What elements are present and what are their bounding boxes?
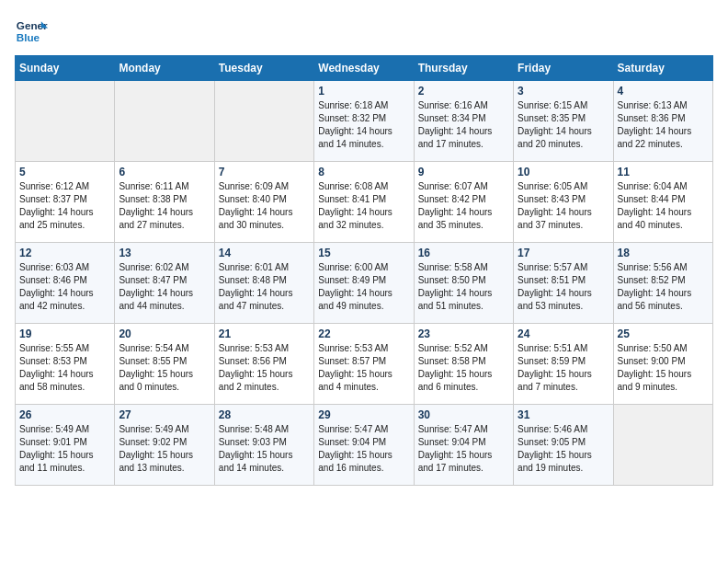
calendar-table: SundayMondayTuesdayWednesdayThursdayFrid… xyxy=(15,55,713,486)
calendar-cell xyxy=(16,81,115,162)
calendar-cell: 14Sunrise: 6:01 AM Sunset: 8:48 PM Dayli… xyxy=(214,243,313,324)
day-number: 11 xyxy=(618,166,709,178)
day-info: Sunrise: 5:48 AM Sunset: 9:03 PM Dayligh… xyxy=(219,423,310,475)
day-info: Sunrise: 6:09 AM Sunset: 8:40 PM Dayligh… xyxy=(219,180,310,232)
calendar-cell: 27Sunrise: 5:49 AM Sunset: 9:02 PM Dayli… xyxy=(115,405,214,486)
day-number: 23 xyxy=(418,327,509,340)
day-number: 19 xyxy=(19,327,110,340)
day-number: 31 xyxy=(518,408,609,421)
calendar-cell: 28Sunrise: 5:48 AM Sunset: 9:03 PM Dayli… xyxy=(214,405,313,486)
day-number: 4 xyxy=(618,85,709,98)
day-number: 20 xyxy=(119,327,210,340)
calendar-cell: 21Sunrise: 5:53 AM Sunset: 8:56 PM Dayli… xyxy=(214,324,313,405)
calendar-cell: 4Sunrise: 6:13 AM Sunset: 8:36 PM Daylig… xyxy=(613,81,712,162)
logo-icon: General Blue xyxy=(15,15,48,48)
day-number: 17 xyxy=(518,247,609,259)
calendar-week-2: 5Sunrise: 6:12 AM Sunset: 8:37 PM Daylig… xyxy=(16,162,713,243)
day-number: 28 xyxy=(219,408,310,421)
calendar-cell: 1Sunrise: 6:18 AM Sunset: 8:32 PM Daylig… xyxy=(314,81,414,162)
day-info: Sunrise: 6:12 AM Sunset: 8:37 PM Dayligh… xyxy=(19,180,110,232)
calendar-cell: 6Sunrise: 6:11 AM Sunset: 8:38 PM Daylig… xyxy=(115,162,214,243)
day-info: Sunrise: 5:55 AM Sunset: 8:53 PM Dayligh… xyxy=(19,342,110,394)
day-info: Sunrise: 5:49 AM Sunset: 9:02 PM Dayligh… xyxy=(119,423,210,475)
calendar-cell: 7Sunrise: 6:09 AM Sunset: 8:40 PM Daylig… xyxy=(214,162,313,243)
calendar-cell: 2Sunrise: 6:16 AM Sunset: 8:34 PM Daylig… xyxy=(414,81,513,162)
day-info: Sunrise: 5:52 AM Sunset: 8:58 PM Dayligh… xyxy=(418,342,509,394)
day-number: 24 xyxy=(518,327,609,340)
day-info: Sunrise: 5:57 AM Sunset: 8:51 PM Dayligh… xyxy=(518,261,609,313)
calendar-week-4: 19Sunrise: 5:55 AM Sunset: 8:53 PM Dayli… xyxy=(16,324,713,405)
day-number: 9 xyxy=(418,166,509,178)
calendar-cell: 13Sunrise: 6:02 AM Sunset: 8:47 PM Dayli… xyxy=(115,243,214,324)
calendar-cell: 5Sunrise: 6:12 AM Sunset: 8:37 PM Daylig… xyxy=(16,162,115,243)
calendar-week-1: 1Sunrise: 6:18 AM Sunset: 8:32 PM Daylig… xyxy=(16,81,713,162)
day-info: Sunrise: 6:05 AM Sunset: 8:43 PM Dayligh… xyxy=(518,180,609,232)
calendar-cell: 12Sunrise: 6:03 AM Sunset: 8:46 PM Dayli… xyxy=(16,243,115,324)
day-number: 16 xyxy=(418,247,509,259)
calendar-cell: 20Sunrise: 5:54 AM Sunset: 8:55 PM Dayli… xyxy=(115,324,214,405)
day-number: 26 xyxy=(19,408,110,421)
calendar-cell xyxy=(115,81,214,162)
calendar-cell: 30Sunrise: 5:47 AM Sunset: 9:04 PM Dayli… xyxy=(414,405,513,486)
day-info: Sunrise: 6:07 AM Sunset: 8:42 PM Dayligh… xyxy=(418,180,509,232)
day-number: 18 xyxy=(618,247,709,259)
day-number: 14 xyxy=(219,247,310,259)
calendar-cell: 24Sunrise: 5:51 AM Sunset: 8:59 PM Dayli… xyxy=(514,324,613,405)
calendar-cell: 3Sunrise: 6:15 AM Sunset: 8:35 PM Daylig… xyxy=(514,81,613,162)
day-info: Sunrise: 6:11 AM Sunset: 8:38 PM Dayligh… xyxy=(119,180,210,232)
day-info: Sunrise: 5:54 AM Sunset: 8:55 PM Dayligh… xyxy=(119,342,210,394)
weekday-header-monday: Monday xyxy=(115,56,214,81)
day-number: 15 xyxy=(318,247,409,259)
calendar-week-3: 12Sunrise: 6:03 AM Sunset: 8:46 PM Dayli… xyxy=(16,243,713,324)
weekday-header-wednesday: Wednesday xyxy=(314,56,414,81)
day-info: Sunrise: 6:03 AM Sunset: 8:46 PM Dayligh… xyxy=(19,261,110,313)
calendar-cell: 31Sunrise: 5:46 AM Sunset: 9:05 PM Dayli… xyxy=(514,405,613,486)
calendar-cell: 16Sunrise: 5:58 AM Sunset: 8:50 PM Dayli… xyxy=(414,243,513,324)
weekday-header-friday: Friday xyxy=(514,56,613,81)
calendar-cell: 9Sunrise: 6:07 AM Sunset: 8:42 PM Daylig… xyxy=(414,162,513,243)
day-info: Sunrise: 6:13 AM Sunset: 8:36 PM Dayligh… xyxy=(618,99,709,151)
weekday-header-sunday: Sunday xyxy=(16,56,115,81)
day-number: 29 xyxy=(318,408,409,421)
day-number: 6 xyxy=(119,166,210,178)
day-info: Sunrise: 5:53 AM Sunset: 8:57 PM Dayligh… xyxy=(318,342,409,394)
day-info: Sunrise: 6:18 AM Sunset: 8:32 PM Dayligh… xyxy=(318,99,409,151)
calendar-cell: 23Sunrise: 5:52 AM Sunset: 8:58 PM Dayli… xyxy=(414,324,513,405)
day-number: 12 xyxy=(19,247,110,259)
calendar-cell: 10Sunrise: 6:05 AM Sunset: 8:43 PM Dayli… xyxy=(514,162,613,243)
day-number: 2 xyxy=(418,85,509,98)
calendar-cell: 8Sunrise: 6:08 AM Sunset: 8:41 PM Daylig… xyxy=(314,162,414,243)
day-info: Sunrise: 5:50 AM Sunset: 9:00 PM Dayligh… xyxy=(618,342,709,394)
weekday-header-saturday: Saturday xyxy=(613,56,712,81)
day-number: 25 xyxy=(618,327,709,340)
day-info: Sunrise: 5:49 AM Sunset: 9:01 PM Dayligh… xyxy=(19,423,110,475)
calendar-cell: 11Sunrise: 6:04 AM Sunset: 8:44 PM Dayli… xyxy=(613,162,712,243)
calendar-cell: 29Sunrise: 5:47 AM Sunset: 9:04 PM Dayli… xyxy=(314,405,414,486)
page-header: General Blue xyxy=(15,15,713,48)
day-info: Sunrise: 6:04 AM Sunset: 8:44 PM Dayligh… xyxy=(618,180,709,232)
calendar-cell: 17Sunrise: 5:57 AM Sunset: 8:51 PM Dayli… xyxy=(514,243,613,324)
day-info: Sunrise: 6:00 AM Sunset: 8:49 PM Dayligh… xyxy=(318,261,409,313)
day-number: 10 xyxy=(518,166,609,178)
day-info: Sunrise: 6:01 AM Sunset: 8:48 PM Dayligh… xyxy=(219,261,310,313)
calendar-header: SundayMondayTuesdayWednesdayThursdayFrid… xyxy=(16,56,713,81)
svg-text:Blue: Blue xyxy=(17,31,40,43)
day-info: Sunrise: 6:08 AM Sunset: 8:41 PM Dayligh… xyxy=(318,180,409,232)
calendar-cell xyxy=(214,81,313,162)
day-number: 5 xyxy=(19,166,110,178)
day-info: Sunrise: 5:46 AM Sunset: 9:05 PM Dayligh… xyxy=(518,423,609,475)
day-number: 1 xyxy=(318,85,409,98)
calendar-cell: 26Sunrise: 5:49 AM Sunset: 9:01 PM Dayli… xyxy=(16,405,115,486)
day-number: 7 xyxy=(219,166,310,178)
day-info: Sunrise: 6:02 AM Sunset: 8:47 PM Dayligh… xyxy=(119,261,210,313)
day-number: 8 xyxy=(318,166,409,178)
weekday-header-thursday: Thursday xyxy=(414,56,513,81)
day-number: 27 xyxy=(119,408,210,421)
calendar-cell: 22Sunrise: 5:53 AM Sunset: 8:57 PM Dayli… xyxy=(314,324,414,405)
day-info: Sunrise: 6:15 AM Sunset: 8:35 PM Dayligh… xyxy=(518,99,609,151)
calendar-cell xyxy=(613,405,712,486)
weekday-header-tuesday: Tuesday xyxy=(214,56,313,81)
day-number: 21 xyxy=(219,327,310,340)
calendar-cell: 19Sunrise: 5:55 AM Sunset: 8:53 PM Dayli… xyxy=(16,324,115,405)
day-info: Sunrise: 5:47 AM Sunset: 9:04 PM Dayligh… xyxy=(318,423,409,475)
